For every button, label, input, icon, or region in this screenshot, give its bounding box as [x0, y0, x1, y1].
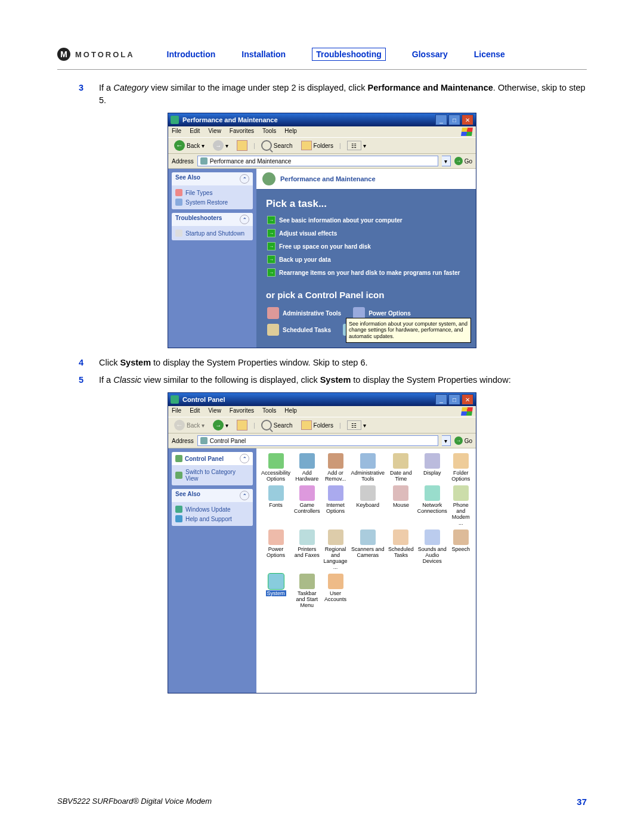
cp-icon-sounds-and-audio-devices[interactable]: Sounds and Audio Devices [416, 528, 448, 571]
search-button[interactable]: Search [259, 140, 295, 151]
cp-icon-fonts[interactable]: Fonts [260, 484, 292, 527]
menu-view[interactable]: View [208, 407, 221, 416]
views-button[interactable]: ☷▾ [345, 140, 369, 151]
menu-tools[interactable]: Tools [262, 407, 276, 416]
cp-icon-date-and-time[interactable]: Date and Time [387, 452, 415, 483]
cp-icon-power-options[interactable]: Power Options [260, 528, 292, 571]
nav-troubleshooting[interactable]: Troubleshooting [312, 48, 386, 61]
task-adjust-visual[interactable]: →Adjust visual effects [256, 227, 476, 240]
cp-icon-add-hardware[interactable]: Add Hardware [293, 452, 321, 483]
task-free-space[interactable]: →Free up space on your hard disk [256, 240, 476, 253]
cp-icon-administrative-tools[interactable]: Administrative Tools [350, 452, 386, 483]
cp-icon-user-accounts[interactable]: User Accounts [323, 572, 349, 609]
forward-button[interactable]: →▾ [210, 419, 231, 431]
link-help-support[interactable]: Help and Support [175, 514, 249, 524]
task-rearrange[interactable]: →Rearrange items on your hard disk to ma… [256, 266, 476, 279]
cp-icon-printers-and-faxes[interactable]: Printers and Faxes [293, 528, 321, 571]
folder-up-icon [237, 140, 247, 151]
views-button[interactable]: ☷▾ [345, 420, 369, 431]
cp-icon-scheduled-tasks[interactable]: Scheduled Tasks [267, 324, 331, 336]
forward-button[interactable]: →▾ [210, 140, 231, 151]
cp-icon-folder-options[interactable]: Folder Options [450, 452, 472, 483]
link-startup-shutdown[interactable]: Startup and Shutdown [175, 228, 249, 238]
applet-icon [453, 529, 469, 545]
cp-icon-taskbar-and-start-menu[interactable]: Taskbar and Start Menu [293, 572, 321, 609]
cp-icon-display[interactable]: Display [416, 452, 448, 483]
menu-edit[interactable]: Edit [190, 407, 200, 416]
link-windows-update[interactable]: Windows Update [175, 504, 249, 514]
task-back-up[interactable]: →Back up your data [256, 253, 476, 266]
link-system-restore[interactable]: System Restore [175, 197, 249, 207]
cp-icon-system[interactable]: System [260, 572, 292, 609]
label: Go [465, 438, 472, 444]
applet-label: Internet Options [324, 502, 348, 514]
cp-icon-game-controllers[interactable]: Game Controllers [293, 484, 321, 527]
address-field[interactable]: Control Panel [197, 435, 438, 446]
system-tooltip: See information about your computer syst… [346, 318, 471, 343]
folders-button[interactable]: Folders [299, 140, 336, 151]
close-button[interactable]: ✕ [462, 114, 473, 125]
label: Power Options [369, 310, 411, 317]
menu-help[interactable]: Help [284, 407, 297, 416]
menu-favorites[interactable]: Favorites [230, 407, 254, 416]
minimize-button[interactable]: _ [435, 394, 447, 405]
menu-edit[interactable]: Edit [190, 128, 200, 136]
collapse-icon[interactable]: ⌃ [240, 454, 249, 463]
nav-introduction[interactable]: Introduction [167, 49, 216, 59]
cp-icon-phone-and-modem[interactable]: Phone and Modem ... [450, 484, 472, 527]
cp-icon-keyboard[interactable]: Keyboard [350, 484, 386, 527]
maximize-button[interactable]: □ [448, 394, 460, 405]
up-button[interactable] [234, 419, 250, 431]
applet-icon [268, 453, 284, 469]
nav-installation[interactable]: Installation [242, 49, 286, 59]
minimize-button[interactable]: _ [435, 114, 447, 125]
cp-icon-mouse[interactable]: Mouse [387, 484, 415, 527]
menu-help[interactable]: Help [284, 128, 297, 136]
applet-icon [393, 485, 408, 501]
address-dropdown[interactable]: ▾ [442, 156, 451, 166]
go-button[interactable]: →Go [454, 157, 472, 165]
close-button[interactable]: ✕ [462, 394, 473, 405]
cp-icon-internet-options[interactable]: Internet Options [323, 484, 349, 527]
menu-file[interactable]: File [172, 128, 181, 136]
address-field[interactable]: Performance and Maintenance [197, 156, 438, 166]
cp-icon-accessibility-options[interactable]: Accessibility Options [260, 452, 292, 483]
cp-icon-network-connections[interactable]: Network Connections [416, 484, 448, 527]
cp-icon-admin-tools[interactable]: Administrative Tools [267, 307, 341, 319]
folders-button[interactable]: Folders [299, 420, 336, 431]
text: If a [99, 375, 113, 385]
applet-icon [328, 485, 343, 501]
collapse-icon[interactable]: ⌃ [240, 174, 249, 184]
cp-icon-scanners-and-cameras[interactable]: Scanners and Cameras [350, 528, 386, 571]
collapse-icon[interactable]: ⌃ [240, 215, 249, 224]
cp-icon-regional-and-language[interactable]: Regional and Language ... [323, 528, 349, 571]
menu-view[interactable]: View [208, 128, 221, 136]
up-button[interactable] [234, 140, 250, 151]
search-button[interactable]: Search [259, 419, 295, 431]
link-file-types[interactable]: File Types [175, 188, 249, 197]
nav-glossary[interactable]: Glossary [412, 49, 448, 59]
task-see-basic-info[interactable]: →See basic information about your comput… [256, 213, 476, 227]
cp-icon-speech[interactable]: Speech [450, 528, 472, 571]
applet-label: Add Hardware [294, 470, 320, 482]
address-dropdown[interactable]: ▾ [442, 435, 451, 446]
folders-icon [301, 141, 312, 150]
label: Go [465, 158, 472, 165]
go-button[interactable]: →Go [454, 436, 472, 445]
window-body: Control Panel⌃ Switch to Category View S… [168, 448, 476, 693]
collapse-icon[interactable]: ⌃ [240, 491, 249, 500]
label: File Types [185, 190, 212, 196]
maximize-button[interactable]: □ [448, 114, 460, 125]
menu-favorites[interactable]: Favorites [230, 128, 254, 136]
back-button[interactable]: ←Back▾ [172, 140, 207, 151]
cp-icon-add-or-remov[interactable]: Add or Remov... [323, 452, 349, 483]
link-switch-category-view[interactable]: Switch to Category View [175, 467, 249, 483]
separator: | [253, 422, 255, 429]
cp-icon-scheduled-tasks[interactable]: Scheduled Tasks [387, 528, 415, 571]
side-panel-see-also: See Also⌃ Windows Update Help and Suppor… [172, 489, 253, 526]
nav-license[interactable]: License [474, 49, 505, 59]
address-text: Performance and Maintenance [210, 158, 292, 165]
menu-file[interactable]: File [172, 407, 181, 416]
menu-tools[interactable]: Tools [262, 128, 276, 136]
applet-label: User Accounts [324, 590, 348, 602]
